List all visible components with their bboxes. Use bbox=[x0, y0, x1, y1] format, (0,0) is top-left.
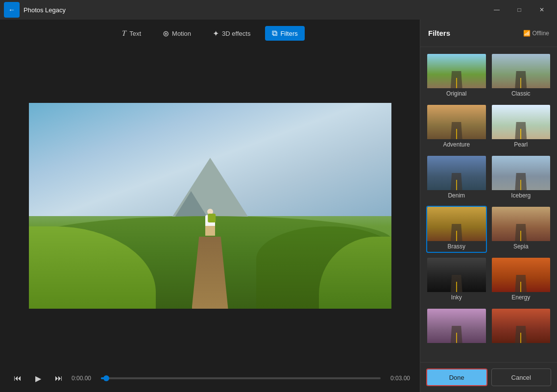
filter-item-extra1[interactable] bbox=[426, 308, 487, 348]
main-area: 𝑇 Text ⊛ Motion ✦ 3D effects ⧉ Filters bbox=[0, 20, 557, 392]
editor-area: 𝑇 Text ⊛ Motion ✦ 3D effects ⧉ Filters bbox=[0, 20, 420, 392]
maximize-button[interactable]: □ bbox=[508, 2, 531, 18]
person bbox=[203, 209, 217, 243]
filter-thumb-inky bbox=[427, 258, 486, 292]
window-controls: — □ ✕ bbox=[485, 2, 553, 18]
effects-tool-button[interactable]: ✦ 3D effects bbox=[206, 26, 257, 41]
filter-thumb-energy bbox=[492, 258, 551, 292]
video-container bbox=[0, 47, 420, 365]
filter-item-iceberg[interactable]: Iceberg bbox=[491, 155, 552, 202]
back-icon: ← bbox=[8, 6, 15, 14]
close-button[interactable]: ✕ bbox=[531, 2, 553, 18]
filter-item-original[interactable]: Original bbox=[426, 53, 487, 100]
filters-grid: OriginalClassicAdventurePearlDenimIceber… bbox=[420, 47, 557, 362]
done-button[interactable]: Done bbox=[426, 368, 487, 386]
progress-bar[interactable] bbox=[101, 377, 381, 379]
filter-line-extra1 bbox=[456, 333, 457, 343]
titlebar: ← Photos Legacy — □ ✕ bbox=[0, 0, 557, 20]
filter-thumb-extra1 bbox=[427, 309, 486, 343]
offline-icon: 📶 bbox=[523, 30, 531, 37]
video-content bbox=[29, 103, 391, 309]
filters-panel: Filters 📶 Offline OriginalClassicAdventu… bbox=[420, 20, 557, 392]
filters-tool-label: Filters bbox=[280, 30, 297, 37]
filter-label-brassy: Brassy bbox=[427, 241, 486, 252]
filter-label-denim: Denim bbox=[427, 190, 486, 201]
filter-item-adventure[interactable]: Adventure bbox=[426, 104, 487, 151]
forward-button[interactable]: ⏭ bbox=[51, 370, 67, 386]
filter-thumb-extra2 bbox=[492, 309, 551, 343]
filter-label-pearl: Pearl bbox=[492, 139, 551, 150]
filters-title: Filters bbox=[428, 29, 450, 37]
filter-item-energy[interactable]: Energy bbox=[491, 257, 552, 304]
filter-thumb-iceberg bbox=[492, 156, 551, 190]
time-current: 0:00.00 bbox=[72, 375, 96, 382]
effects-tool-label: 3D effects bbox=[222, 30, 250, 37]
filter-label-extra2 bbox=[492, 343, 551, 347]
time-end: 0:03.00 bbox=[386, 375, 410, 382]
effects-icon: ✦ bbox=[213, 29, 219, 38]
filter-line-original bbox=[456, 78, 457, 88]
filter-line-sepia bbox=[520, 231, 521, 241]
filter-label-original: Original bbox=[427, 88, 486, 99]
play-button[interactable]: ▶ bbox=[30, 370, 46, 386]
filter-label-classic: Classic bbox=[492, 88, 551, 99]
person-legs bbox=[205, 226, 215, 236]
filter-item-sepia[interactable]: Sepia bbox=[491, 206, 552, 253]
rewind-icon: ⏮ bbox=[14, 374, 22, 383]
offline-badge: 📶 Offline bbox=[523, 30, 549, 37]
filter-thumb-pearl bbox=[492, 105, 551, 139]
motion-tool-label: Motion bbox=[172, 30, 191, 37]
text-tool-label: Text bbox=[129, 30, 141, 37]
filter-thumb-sepia bbox=[492, 207, 551, 241]
filter-thumb-adventure bbox=[427, 105, 486, 139]
filter-line-energy bbox=[520, 282, 521, 292]
filters-footer: Done Cancel bbox=[420, 362, 557, 392]
filters-icon: ⧉ bbox=[272, 29, 277, 38]
filter-label-sepia: Sepia bbox=[492, 241, 551, 252]
video-controls: ⏮ ▶ ⏭ 0:00.00 0:03.00 bbox=[0, 365, 420, 392]
text-tool-button[interactable]: 𝑇 Text bbox=[115, 26, 148, 41]
person-backpack bbox=[208, 214, 216, 222]
filter-label-extra1 bbox=[427, 343, 486, 347]
filter-line-denim bbox=[456, 180, 457, 190]
filter-line-pearl bbox=[520, 129, 521, 139]
video-frame bbox=[29, 103, 391, 309]
motion-icon: ⊛ bbox=[163, 29, 169, 38]
filter-thumb-denim bbox=[427, 156, 486, 190]
filter-item-inky[interactable]: Inky bbox=[426, 257, 487, 304]
filter-item-brassy[interactable]: Brassy bbox=[426, 206, 487, 253]
app-title: Photos Legacy bbox=[24, 6, 485, 14]
filter-line-adventure bbox=[456, 129, 457, 139]
filter-line-brassy bbox=[456, 231, 457, 241]
play-icon: ▶ bbox=[35, 374, 41, 383]
filter-label-energy: Energy bbox=[492, 292, 551, 303]
filters-header: Filters 📶 Offline bbox=[420, 20, 557, 47]
cancel-button[interactable]: Cancel bbox=[491, 368, 552, 386]
filter-line-iceberg bbox=[520, 180, 521, 190]
filter-thumb-classic bbox=[492, 54, 551, 88]
toolbar: 𝑇 Text ⊛ Motion ✦ 3D effects ⧉ Filters bbox=[0, 20, 420, 47]
filter-item-classic[interactable]: Classic bbox=[491, 53, 552, 100]
person-body bbox=[205, 215, 215, 226]
filter-label-inky: Inky bbox=[427, 292, 486, 303]
filter-item-denim[interactable]: Denim bbox=[426, 155, 487, 202]
filter-line-extra2 bbox=[520, 333, 521, 343]
rewind-button[interactable]: ⏮ bbox=[10, 370, 25, 386]
text-icon: 𝑇 bbox=[122, 29, 126, 38]
filter-label-iceberg: Iceberg bbox=[492, 190, 551, 201]
filter-item-extra2[interactable] bbox=[491, 308, 552, 348]
filter-thumb-brassy bbox=[427, 207, 486, 241]
forward-icon: ⏭ bbox=[55, 374, 63, 383]
back-button[interactable]: ← bbox=[4, 2, 20, 18]
filter-thumb-original bbox=[427, 54, 486, 88]
filter-line-classic bbox=[520, 78, 521, 88]
filter-line-inky bbox=[456, 282, 457, 292]
filters-tool-button[interactable]: ⧉ Filters bbox=[265, 26, 304, 41]
filter-label-adventure: Adventure bbox=[427, 139, 486, 150]
motion-tool-button[interactable]: ⊛ Motion bbox=[156, 26, 198, 41]
progress-thumb bbox=[103, 375, 109, 381]
minimize-button[interactable]: — bbox=[485, 2, 508, 18]
offline-label: Offline bbox=[533, 30, 549, 37]
filter-item-pearl[interactable]: Pearl bbox=[491, 104, 552, 151]
